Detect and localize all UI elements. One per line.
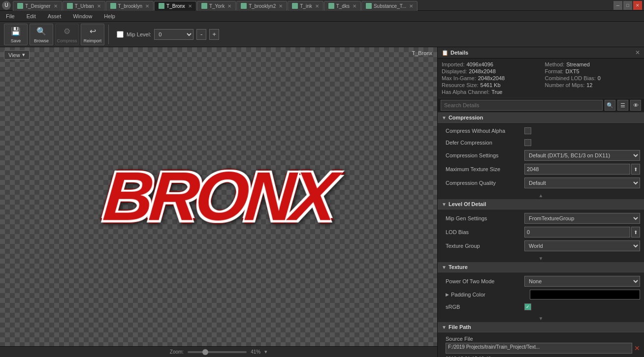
compression-settings-select[interactable]: Default (DXT1/5, BC1/3 on DX11) xyxy=(524,150,640,161)
menu-item-help[interactable]: Help xyxy=(101,12,118,20)
search-bar: 🔍 ☰ 👁 xyxy=(438,98,644,113)
minimize-button[interactable]: ─ xyxy=(613,1,622,10)
texture-collapse-icon: ▼ xyxy=(442,265,447,270)
title-tab-t_york[interactable]: T_York✕ xyxy=(197,1,236,11)
lod-bias-number: ⬆ xyxy=(524,227,640,238)
compress-without-alpha-label: Compress Without Alpha xyxy=(446,128,524,134)
lod-bias-label: LOD Bias xyxy=(446,229,524,235)
source-file-clear-button[interactable]: ✕ xyxy=(634,344,640,352)
browse-button[interactable]: 🔍 Browse xyxy=(30,24,53,45)
info-key: Resource Size: xyxy=(442,82,479,88)
power-of-two-mode-select[interactable]: None xyxy=(524,276,640,287)
search-magnifier-icon[interactable]: 🔍 xyxy=(605,100,615,111)
filepath-section-title: File Path xyxy=(449,324,471,330)
power-of-two-mode-row: Power Of Two Mode None xyxy=(438,274,644,288)
save-button[interactable]: 💾 Save xyxy=(4,24,28,45)
info-key: Imported: xyxy=(442,61,464,67)
details-close-button[interactable]: ✕ xyxy=(635,49,640,56)
zoom-slider[interactable] xyxy=(188,351,247,353)
lod-collapse-icon: ▼ xyxy=(442,202,447,207)
info-val: 12 xyxy=(586,82,592,88)
title-tab-t_designer[interactable]: T_Designer✕ xyxy=(13,1,62,11)
info-row: Displayed:2048x2048 xyxy=(442,68,537,74)
title-tab-t_urban[interactable]: T_Urban✕ xyxy=(63,1,105,11)
compression-section-header[interactable]: ▼ Compression xyxy=(438,113,644,123)
srgb-value xyxy=(524,303,640,310)
maximum-texture-size-label: Maximum Texture Size xyxy=(446,166,524,172)
browse-icon: 🔍 xyxy=(35,26,47,37)
lod-section-header[interactable]: ▼ Level Of Detail xyxy=(438,199,644,209)
compression-quality-select[interactable]: Default xyxy=(524,178,640,188)
info-row: Resource Size:5461 Kb xyxy=(442,82,537,88)
filepath-collapse-icon: ▼ xyxy=(442,325,447,330)
srgb-checkbox[interactable] xyxy=(524,303,531,310)
lod-section-title: Level Of Detail xyxy=(449,201,486,207)
padding-color-swatch[interactable] xyxy=(530,290,640,299)
compression-section-body: Compress Without Alpha Defer Compression… xyxy=(438,123,644,192)
mip-plus-button[interactable]: + xyxy=(209,29,219,40)
texture-group-label: Texture Group xyxy=(446,243,524,249)
mip-select[interactable]: 0 xyxy=(154,29,193,40)
lod-bias-value: ⬆ xyxy=(524,227,640,238)
padding-color-value xyxy=(530,290,640,299)
source-file-value-row: F:/2019 Projects/train/Train_Project/Tex… xyxy=(446,343,640,354)
info-section: Imported:4096x4096Method:StreamedDisplay… xyxy=(438,59,644,98)
texture-section-title: Texture xyxy=(449,264,468,270)
texture-group-select[interactable]: World xyxy=(524,240,640,251)
menu-item-asset[interactable]: Asset xyxy=(45,12,64,20)
save-icon: 💾 xyxy=(10,26,22,37)
maximum-texture-size-spin-icon[interactable]: ⬆ xyxy=(631,164,640,175)
save-label: Save xyxy=(11,38,21,43)
maximum-texture-size-input[interactable] xyxy=(524,164,630,175)
title-tab-t_bronx[interactable]: T_Bronx✕ xyxy=(154,1,196,11)
search-eye-icon[interactable]: 👁 xyxy=(630,100,641,111)
info-val: DXT5 xyxy=(565,68,579,74)
toolbar-separator xyxy=(108,25,109,44)
menu-bar: FileEditAssetWindowHelp xyxy=(0,11,644,22)
lod-bias-input[interactable] xyxy=(524,227,630,238)
mip-gen-settings-value: FromTextureGroup xyxy=(524,213,640,224)
window-controls: ─ □ ✕ xyxy=(613,1,642,10)
mip-gen-settings-label: Mip Gen Settings xyxy=(446,215,524,221)
details-header: 📋 Details ✕ xyxy=(438,47,644,59)
lod-section-body: Mip Gen Settings FromTextureGroup LOD Bi… xyxy=(438,209,644,255)
lod-bias-spin-icon[interactable]: ⬆ xyxy=(631,227,640,238)
srgb-row: sRGB xyxy=(438,301,644,313)
menu-item-window[interactable]: Window xyxy=(70,12,95,20)
compression-settings-row: Compression Settings Default (DXT1/5, BC… xyxy=(438,149,644,162)
view-button[interactable]: View ▾ xyxy=(4,50,30,60)
expand-icon: ▲ xyxy=(539,193,544,198)
zoom-handle[interactable] xyxy=(202,349,208,355)
title-tab-t_brooklyn2[interactable]: T_brooklyn2✕ xyxy=(236,1,287,11)
details-content: ▼ Compression Compress Without Alpha Def… xyxy=(438,113,644,357)
power-of-two-mode-value: None xyxy=(524,276,640,287)
asset-name-label: T_Bronx xyxy=(412,50,432,56)
info-row: Has Alpha Channel:True xyxy=(442,89,537,95)
close-button[interactable]: ✕ xyxy=(633,1,642,10)
compression-quality-value: Default xyxy=(524,178,640,188)
mip-gen-settings-select[interactable]: FromTextureGroup xyxy=(524,213,640,224)
title-tab-t_dks[interactable]: T_dks✕ xyxy=(324,1,361,11)
search-input[interactable] xyxy=(441,100,603,111)
search-list-icon[interactable]: ☰ xyxy=(617,100,628,111)
filepath-section-header[interactable]: ▼ File Path xyxy=(438,322,644,332)
mip-checkbox[interactable] xyxy=(117,31,124,38)
compress-without-alpha-checkbox[interactable] xyxy=(524,127,531,134)
menu-item-edit[interactable]: Edit xyxy=(24,12,39,20)
title-tab-t_brooklyn[interactable]: T_brooklyn✕ xyxy=(106,1,154,11)
maximize-button[interactable]: □ xyxy=(623,1,632,10)
mip-minus-button[interactable]: - xyxy=(196,29,206,40)
info-row: Imported:4096x4096 xyxy=(442,61,537,67)
reimport-button[interactable]: ↩ Reimport xyxy=(81,24,104,45)
defer-compression-checkbox[interactable] xyxy=(524,139,531,146)
title-tab-t_ink[interactable]: T_ink✕ xyxy=(288,1,323,11)
title-tab-t_substance[interactable]: Substance_T...✕ xyxy=(361,1,418,11)
info-val: 2048x2048 xyxy=(478,75,505,81)
texture-section-header[interactable]: ▼ Texture xyxy=(438,262,644,272)
canvas-area: View ▾ T_Bronx BRONX Zoom: 41% ▾ xyxy=(0,47,437,357)
lod-bias-row: LOD Bias ⬆ xyxy=(438,225,644,239)
menu-item-file[interactable]: File xyxy=(3,12,18,20)
texture-divider: ▼ xyxy=(438,315,644,322)
reimport-icon: ↩ xyxy=(87,26,98,37)
canvas-image: BRONX xyxy=(100,157,337,237)
